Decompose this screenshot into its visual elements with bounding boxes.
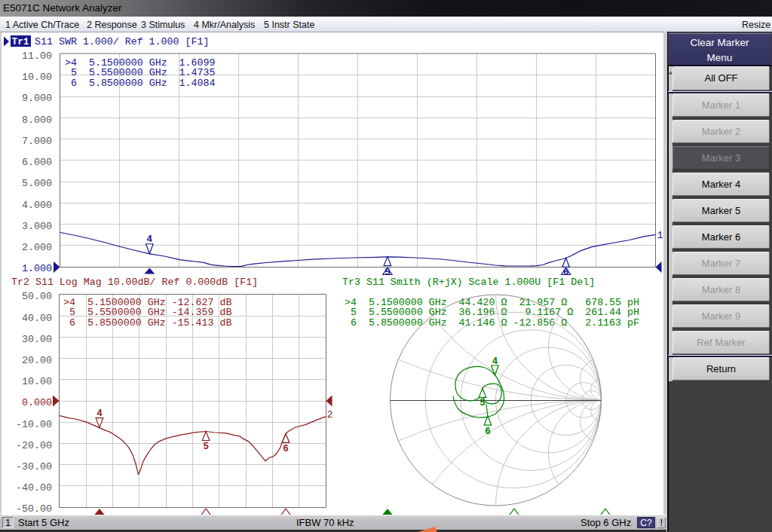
svg-text:Tr3 S11 Smith (R+jX) Scale 1.0: Tr3 S11 Smith (R+jX) Scale 1.000U [F1 De…	[342, 277, 595, 288]
svg-text:-10.00: -10.00	[16, 419, 52, 430]
svg-text:5: 5	[479, 398, 486, 408]
svg-text:6: 6	[485, 427, 491, 437]
svg-text:3.000: 3.000	[22, 221, 52, 232]
svg-text:4.000: 4.000	[22, 200, 52, 211]
svg-text:10.00: 10.00	[22, 376, 52, 387]
svg-text:-40.00: -40.00	[16, 482, 52, 494]
svg-text:50.00: 50.00	[22, 291, 52, 302]
svg-text:5.000: 5.000	[22, 178, 52, 189]
svg-text:5: 5	[203, 442, 209, 452]
svg-text:1.000: 1.000	[22, 263, 52, 274]
svg-text:7.000: 7.000	[22, 136, 52, 147]
svg-text:9.000: 9.000	[22, 93, 52, 104]
svg-text:6 5.8500000 GHz 41.146 Ω -12: 6 5.8500000 GHz 41.146 Ω -12.856 Ω 2.116…	[345, 317, 639, 329]
svg-text:0.000: 0.000	[22, 397, 52, 408]
svg-text:20.00: 20.00	[22, 355, 52, 366]
svg-text:Tr1: Tr1	[12, 36, 29, 47]
svg-text:6: 6	[283, 444, 289, 454]
svg-text:40.00: 40.00	[22, 313, 52, 324]
svg-text:4: 4	[147, 234, 153, 245]
svg-text:4: 4	[96, 408, 103, 419]
svg-text:30.00: 30.00	[22, 334, 52, 345]
svg-text:11.00: 11.00	[22, 50, 52, 62]
svg-text:S11 SWR 1.000/ Ref 1.000 [F1]: S11 SWR 1.000/ Ref 1.000 [F1]	[35, 36, 209, 47]
svg-text:8.000: 8.000	[22, 115, 52, 126]
svg-text:6 5.8500000 GHz 1.4084: 6 5.8500000 GHz 1.4084	[65, 78, 216, 89]
svg-text:1: 1	[657, 230, 663, 241]
svg-text:4: 4	[492, 356, 498, 367]
svg-text:6.000: 6.000	[22, 157, 52, 168]
svg-text:-50.00: -50.00	[16, 503, 52, 515]
svg-text:Tr2 S11 Log Mag 10.00dB/ Ref 0: Tr2 S11 Log Mag 10.00dB/ Ref 0.000dB [F1…	[11, 277, 258, 288]
svg-text:-20.00: -20.00	[16, 440, 52, 451]
svg-text:-30.00: -30.00	[16, 461, 52, 472]
svg-text:2.000: 2.000	[22, 242, 52, 253]
svg-text:10.00: 10.00	[22, 72, 52, 83]
svg-text:6 5.8500000 GHz -15.413 dB: 6 5.8500000 GHz -15.413 dB	[63, 317, 231, 329]
svg-text:2: 2	[327, 409, 333, 420]
